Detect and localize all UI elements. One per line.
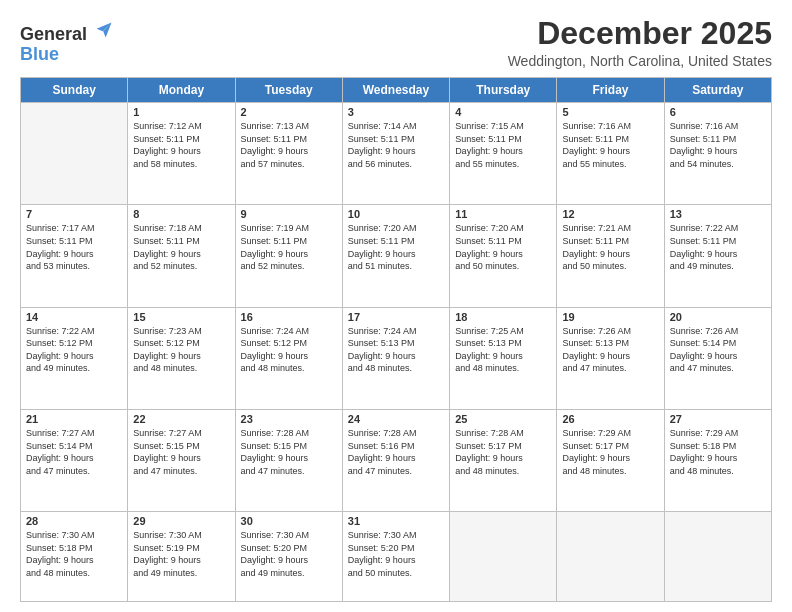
day-number: 12 bbox=[562, 208, 658, 220]
day-number: 17 bbox=[348, 311, 444, 323]
day-number: 22 bbox=[133, 413, 229, 425]
day-info: Sunrise: 7:22 AMSunset: 5:11 PMDaylight:… bbox=[670, 222, 766, 272]
day-info: Sunrise: 7:25 AMSunset: 5:13 PMDaylight:… bbox=[455, 325, 551, 375]
day-header-saturday: Saturday bbox=[664, 78, 771, 103]
logo-bird-icon bbox=[94, 20, 114, 40]
calendar-week-5: 28Sunrise: 7:30 AMSunset: 5:18 PMDayligh… bbox=[21, 512, 772, 602]
calendar-body: 1Sunrise: 7:12 AMSunset: 5:11 PMDaylight… bbox=[21, 103, 772, 602]
day-header-sunday: Sunday bbox=[21, 78, 128, 103]
day-header-thursday: Thursday bbox=[450, 78, 557, 103]
calendar-cell: 8Sunrise: 7:18 AMSunset: 5:11 PMDaylight… bbox=[128, 205, 235, 307]
day-info: Sunrise: 7:14 AMSunset: 5:11 PMDaylight:… bbox=[348, 120, 444, 170]
day-info: Sunrise: 7:19 AMSunset: 5:11 PMDaylight:… bbox=[241, 222, 337, 272]
calendar-cell: 31Sunrise: 7:30 AMSunset: 5:20 PMDayligh… bbox=[342, 512, 449, 602]
calendar-cell: 7Sunrise: 7:17 AMSunset: 5:11 PMDaylight… bbox=[21, 205, 128, 307]
logo: General Blue bbox=[20, 20, 114, 65]
day-number: 13 bbox=[670, 208, 766, 220]
calendar-cell: 13Sunrise: 7:22 AMSunset: 5:11 PMDayligh… bbox=[664, 205, 771, 307]
day-number: 1 bbox=[133, 106, 229, 118]
day-info: Sunrise: 7:17 AMSunset: 5:11 PMDaylight:… bbox=[26, 222, 122, 272]
day-info: Sunrise: 7:16 AMSunset: 5:11 PMDaylight:… bbox=[670, 120, 766, 170]
calendar-cell: 21Sunrise: 7:27 AMSunset: 5:14 PMDayligh… bbox=[21, 409, 128, 511]
day-number: 19 bbox=[562, 311, 658, 323]
calendar-week-4: 21Sunrise: 7:27 AMSunset: 5:14 PMDayligh… bbox=[21, 409, 772, 511]
day-number: 20 bbox=[670, 311, 766, 323]
day-number: 30 bbox=[241, 515, 337, 527]
day-info: Sunrise: 7:18 AMSunset: 5:11 PMDaylight:… bbox=[133, 222, 229, 272]
calendar-cell: 3Sunrise: 7:14 AMSunset: 5:11 PMDaylight… bbox=[342, 103, 449, 205]
calendar-cell: 10Sunrise: 7:20 AMSunset: 5:11 PMDayligh… bbox=[342, 205, 449, 307]
day-info: Sunrise: 7:22 AMSunset: 5:12 PMDaylight:… bbox=[26, 325, 122, 375]
day-number: 3 bbox=[348, 106, 444, 118]
calendar-cell: 12Sunrise: 7:21 AMSunset: 5:11 PMDayligh… bbox=[557, 205, 664, 307]
day-number: 15 bbox=[133, 311, 229, 323]
day-info: Sunrise: 7:24 AMSunset: 5:13 PMDaylight:… bbox=[348, 325, 444, 375]
calendar-cell: 17Sunrise: 7:24 AMSunset: 5:13 PMDayligh… bbox=[342, 307, 449, 409]
calendar-cell: 30Sunrise: 7:30 AMSunset: 5:20 PMDayligh… bbox=[235, 512, 342, 602]
day-info: Sunrise: 7:12 AMSunset: 5:11 PMDaylight:… bbox=[133, 120, 229, 170]
calendar-cell: 18Sunrise: 7:25 AMSunset: 5:13 PMDayligh… bbox=[450, 307, 557, 409]
day-info: Sunrise: 7:29 AMSunset: 5:17 PMDaylight:… bbox=[562, 427, 658, 477]
day-number: 8 bbox=[133, 208, 229, 220]
calendar-cell: 20Sunrise: 7:26 AMSunset: 5:14 PMDayligh… bbox=[664, 307, 771, 409]
calendar-cell bbox=[557, 512, 664, 602]
calendar-cell: 6Sunrise: 7:16 AMSunset: 5:11 PMDaylight… bbox=[664, 103, 771, 205]
day-number: 9 bbox=[241, 208, 337, 220]
calendar-cell: 14Sunrise: 7:22 AMSunset: 5:12 PMDayligh… bbox=[21, 307, 128, 409]
day-info: Sunrise: 7:21 AMSunset: 5:11 PMDaylight:… bbox=[562, 222, 658, 272]
month-title: December 2025 bbox=[508, 16, 772, 51]
day-info: Sunrise: 7:30 AMSunset: 5:20 PMDaylight:… bbox=[348, 529, 444, 579]
day-number: 16 bbox=[241, 311, 337, 323]
day-info: Sunrise: 7:28 AMSunset: 5:16 PMDaylight:… bbox=[348, 427, 444, 477]
calendar-week-2: 7Sunrise: 7:17 AMSunset: 5:11 PMDaylight… bbox=[21, 205, 772, 307]
day-header-monday: Monday bbox=[128, 78, 235, 103]
location: Weddington, North Carolina, United State… bbox=[508, 53, 772, 69]
day-number: 10 bbox=[348, 208, 444, 220]
day-number: 21 bbox=[26, 413, 122, 425]
day-info: Sunrise: 7:29 AMSunset: 5:18 PMDaylight:… bbox=[670, 427, 766, 477]
calendar-cell: 22Sunrise: 7:27 AMSunset: 5:15 PMDayligh… bbox=[128, 409, 235, 511]
day-info: Sunrise: 7:13 AMSunset: 5:11 PMDaylight:… bbox=[241, 120, 337, 170]
day-number: 18 bbox=[455, 311, 551, 323]
day-info: Sunrise: 7:27 AMSunset: 5:15 PMDaylight:… bbox=[133, 427, 229, 477]
day-number: 25 bbox=[455, 413, 551, 425]
day-info: Sunrise: 7:26 AMSunset: 5:13 PMDaylight:… bbox=[562, 325, 658, 375]
calendar-cell: 4Sunrise: 7:15 AMSunset: 5:11 PMDaylight… bbox=[450, 103, 557, 205]
day-number: 24 bbox=[348, 413, 444, 425]
day-number: 29 bbox=[133, 515, 229, 527]
page: General Blue December 2025 Weddington, N… bbox=[0, 0, 792, 612]
day-info: Sunrise: 7:27 AMSunset: 5:14 PMDaylight:… bbox=[26, 427, 122, 477]
day-number: 5 bbox=[562, 106, 658, 118]
day-number: 11 bbox=[455, 208, 551, 220]
calendar-cell: 29Sunrise: 7:30 AMSunset: 5:19 PMDayligh… bbox=[128, 512, 235, 602]
days-header-row: SundayMondayTuesdayWednesdayThursdayFrid… bbox=[21, 78, 772, 103]
calendar-cell: 2Sunrise: 7:13 AMSunset: 5:11 PMDaylight… bbox=[235, 103, 342, 205]
calendar-cell: 28Sunrise: 7:30 AMSunset: 5:18 PMDayligh… bbox=[21, 512, 128, 602]
calendar-week-1: 1Sunrise: 7:12 AMSunset: 5:11 PMDaylight… bbox=[21, 103, 772, 205]
day-info: Sunrise: 7:16 AMSunset: 5:11 PMDaylight:… bbox=[562, 120, 658, 170]
header: General Blue December 2025 Weddington, N… bbox=[20, 16, 772, 69]
day-info: Sunrise: 7:23 AMSunset: 5:12 PMDaylight:… bbox=[133, 325, 229, 375]
calendar-cell bbox=[664, 512, 771, 602]
calendar: SundayMondayTuesdayWednesdayThursdayFrid… bbox=[20, 77, 772, 602]
calendar-cell: 25Sunrise: 7:28 AMSunset: 5:17 PMDayligh… bbox=[450, 409, 557, 511]
day-header-friday: Friday bbox=[557, 78, 664, 103]
calendar-cell: 15Sunrise: 7:23 AMSunset: 5:12 PMDayligh… bbox=[128, 307, 235, 409]
calendar-cell: 1Sunrise: 7:12 AMSunset: 5:11 PMDaylight… bbox=[128, 103, 235, 205]
calendar-cell: 26Sunrise: 7:29 AMSunset: 5:17 PMDayligh… bbox=[557, 409, 664, 511]
day-number: 4 bbox=[455, 106, 551, 118]
day-number: 6 bbox=[670, 106, 766, 118]
calendar-cell: 23Sunrise: 7:28 AMSunset: 5:15 PMDayligh… bbox=[235, 409, 342, 511]
day-number: 27 bbox=[670, 413, 766, 425]
calendar-cell bbox=[21, 103, 128, 205]
day-info: Sunrise: 7:30 AMSunset: 5:20 PMDaylight:… bbox=[241, 529, 337, 579]
day-number: 23 bbox=[241, 413, 337, 425]
calendar-cell: 27Sunrise: 7:29 AMSunset: 5:18 PMDayligh… bbox=[664, 409, 771, 511]
day-info: Sunrise: 7:30 AMSunset: 5:19 PMDaylight:… bbox=[133, 529, 229, 579]
day-number: 2 bbox=[241, 106, 337, 118]
day-number: 14 bbox=[26, 311, 122, 323]
day-info: Sunrise: 7:20 AMSunset: 5:11 PMDaylight:… bbox=[348, 222, 444, 272]
calendar-cell: 16Sunrise: 7:24 AMSunset: 5:12 PMDayligh… bbox=[235, 307, 342, 409]
day-header-wednesday: Wednesday bbox=[342, 78, 449, 103]
calendar-cell: 24Sunrise: 7:28 AMSunset: 5:16 PMDayligh… bbox=[342, 409, 449, 511]
